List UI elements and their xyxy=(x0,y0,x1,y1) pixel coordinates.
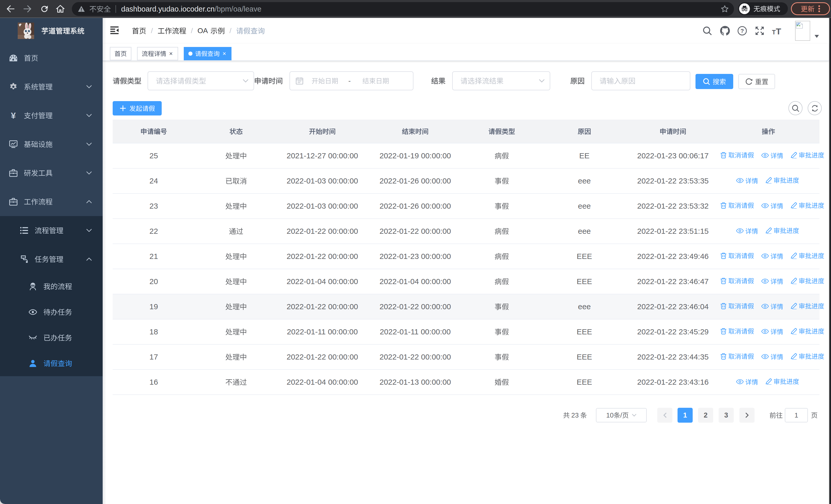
svg-text:?: ? xyxy=(740,28,744,34)
svg-text:T: T xyxy=(776,27,781,35)
svg-text:T: T xyxy=(772,29,776,35)
